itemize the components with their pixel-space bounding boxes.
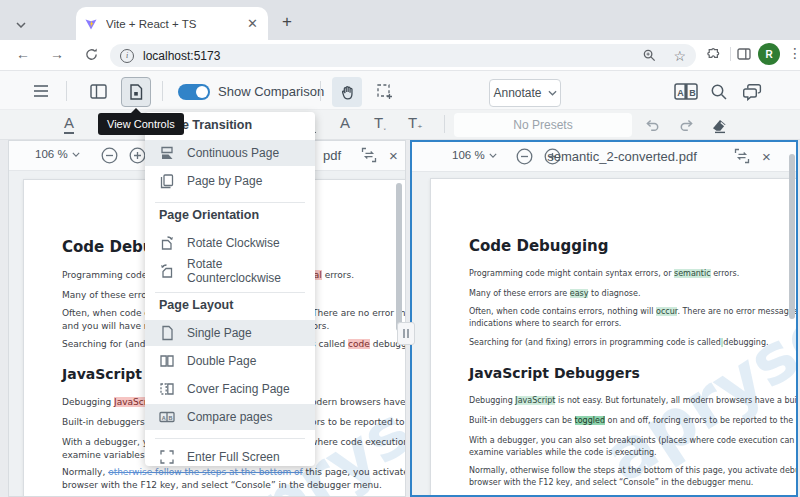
panel-resize-handle[interactable]: [397, 322, 415, 345]
tab-search-icon[interactable]: [8, 14, 34, 36]
site-info-icon[interactable]: i: [120, 49, 134, 63]
url-text: localhost:5173: [143, 49, 642, 63]
ribbon-separator: [444, 115, 445, 133]
right-panel-scrollbar[interactable]: [789, 154, 795, 319]
menu-item-enter-full-screen[interactable]: Enter Full Screen: [145, 444, 315, 466]
right-zoom-out-icon[interactable]: [516, 148, 533, 165]
chevron-down-icon: [489, 153, 497, 158]
menu-section-header: Page Layout: [159, 298, 233, 312]
doc-paragraph-line: Often, when code contains errors, nothin…: [469, 306, 798, 318]
svg-text:A: A: [162, 415, 166, 421]
right-zoom-dropdown[interactable]: 106 %: [452, 149, 497, 161]
menu-item-rotate-counterclockwise[interactable]: Rotate Counterclockwise: [145, 258, 315, 284]
annotate-label: Annotate: [493, 86, 541, 100]
menu-item-rotate-clockwise[interactable]: Rotate Clockwise: [145, 230, 315, 256]
browser-profile-avatar[interactable]: R: [758, 43, 780, 65]
svg-text:B: B: [689, 87, 696, 97]
forward-icon[interactable]: →: [50, 46, 64, 62]
search-icon[interactable]: [706, 79, 732, 105]
menu-item-cover-facing-page[interactable]: Cover Facing Page: [145, 376, 315, 402]
menu-item-label: Double Page: [187, 354, 256, 368]
doc-paragraph-line: Searching for (and fixing) errors in pro…: [469, 337, 769, 349]
right-replace-document-icon[interactable]: [734, 148, 750, 164]
undo-icon[interactable]: [640, 114, 664, 136]
right-filename: semantic_2-converted.pdf: [547, 149, 697, 164]
hamburger-menu-icon[interactable]: [28, 79, 54, 103]
doc-paragraph-line: Many of these errors are easy to diagnos…: [469, 288, 640, 300]
callout-text-tool-icon[interactable]: T₊: [408, 114, 422, 131]
omnibox[interactable]: i localhost:5173 ☆: [110, 44, 696, 67]
vite-favicon-icon: [84, 17, 98, 31]
annotate-ribbon-dropdown[interactable]: Annotate: [489, 79, 561, 107]
view-controls-button[interactable]: [121, 77, 151, 107]
rotate-clockwise-icon: [159, 235, 175, 251]
compare-ab-icon[interactable]: AB: [672, 80, 700, 102]
single-page-icon: [159, 325, 175, 341]
highlight-tool-icon[interactable]: A: [340, 114, 350, 131]
menu-item-double-page[interactable]: Double Page: [145, 348, 315, 374]
menu-section-header: Page Orientation: [159, 208, 259, 222]
menu-item-continuous-page[interactable]: Continuous Page: [145, 140, 315, 166]
redo-icon[interactable]: [674, 114, 698, 136]
menu-item-page-by-page[interactable]: Page by Page: [145, 168, 315, 194]
marquee-zoom-icon[interactable]: [372, 79, 398, 105]
doc-paragraph-line: examine variables while the code is exec…: [469, 447, 657, 459]
menu-item-label: Rotate Clockwise: [187, 236, 280, 250]
menu-item-label: Continuous Page: [187, 146, 279, 160]
chrome-separator: [730, 47, 731, 61]
reload-icon[interactable]: [84, 47, 99, 62]
right-close-document-icon[interactable]: ×: [762, 149, 771, 164]
toolbar-separator: [320, 81, 321, 101]
full-screen-icon: [159, 449, 175, 465]
double-page-icon: [159, 353, 175, 369]
view-controls-tooltip: View Controls: [98, 113, 184, 135]
left-zoom-out-icon[interactable]: [101, 147, 118, 164]
doc-paragraph-line: Programming code might contain syntax er…: [469, 268, 739, 280]
extensions-icon[interactable]: [706, 46, 722, 62]
left-replace-document-icon[interactable]: [361, 147, 377, 163]
menu-item-label: Rotate Counterclockwise: [187, 257, 315, 285]
left-zoom-dropdown[interactable]: 106 %: [35, 148, 80, 160]
presets-box[interactable]: No Presets: [454, 113, 632, 137]
browser-menu-icon[interactable]: ⋮: [788, 45, 800, 61]
svg-text:A: A: [677, 87, 684, 97]
menu-item-single-page[interactable]: Single Page: [145, 320, 315, 346]
left-panel-scrollbar[interactable]: [396, 183, 402, 331]
menu-item-compare-pages[interactable]: ABCompare pages: [145, 404, 315, 430]
doc-heading: JavaScript Debuggers: [469, 365, 640, 381]
doc-paragraph-line: Built-in debuggers can be toggled on and…: [469, 415, 798, 427]
continuous-page-icon: [159, 145, 175, 161]
browser-tab[interactable]: Vite + React + TS ✕: [76, 7, 268, 40]
doc-paragraph-line: browser with the F12 key, and select “Co…: [469, 477, 753, 489]
menu-item-label: Single Page: [187, 326, 252, 340]
right-pdf-page[interactable]: apryse Code DebuggingProgramming code mi…: [430, 178, 798, 497]
doc-paragraph-line: Normally, otherwise follow the steps at …: [62, 466, 406, 479]
side-panel-icon[interactable]: [736, 46, 752, 62]
new-tab-button[interactable]: +: [282, 12, 292, 32]
left-zoom-in-icon[interactable]: [129, 147, 146, 164]
show-comparison-label: Show Comparison: [218, 84, 324, 99]
menu-item-label: Enter Full Screen: [187, 450, 280, 464]
comments-icon[interactable]: [738, 79, 766, 105]
eraser-icon[interactable]: [706, 113, 732, 137]
compare-panels-icon[interactable]: [84, 77, 112, 105]
chevron-down-icon: [548, 90, 557, 96]
free-text-tool-icon[interactable]: T˯: [374, 114, 386, 131]
pan-hand-icon[interactable]: [332, 77, 362, 107]
doc-paragraph-line: Debugging JavaScript is not easy. But fo…: [469, 395, 798, 407]
menu-divider: [155, 292, 305, 293]
underline-tool-icon[interactable]: A: [64, 114, 74, 134]
compare-pages-icon: AB: [159, 409, 175, 425]
right-document-panel: 106 % semantic_2-converted.pdf × apryse …: [410, 140, 798, 497]
tooltip-arrow: [130, 108, 142, 114]
show-comparison-toggle[interactable]: [178, 84, 210, 100]
zoom-page-icon[interactable]: [642, 48, 657, 63]
doc-paragraph-line: browser with the F12 key, and select “Co…: [62, 479, 382, 492]
left-close-document-icon[interactable]: ×: [389, 148, 398, 163]
back-icon[interactable]: ←: [16, 46, 30, 62]
app-window: Vite + React + TS ✕ + ← → i localhost:51…: [0, 0, 800, 497]
bookmark-star-icon[interactable]: ☆: [673, 48, 686, 64]
tab-close-icon[interactable]: ✕: [245, 15, 260, 32]
rotate-counterclockwise-icon: [159, 263, 175, 279]
cover-facing-page-icon: [159, 381, 175, 397]
